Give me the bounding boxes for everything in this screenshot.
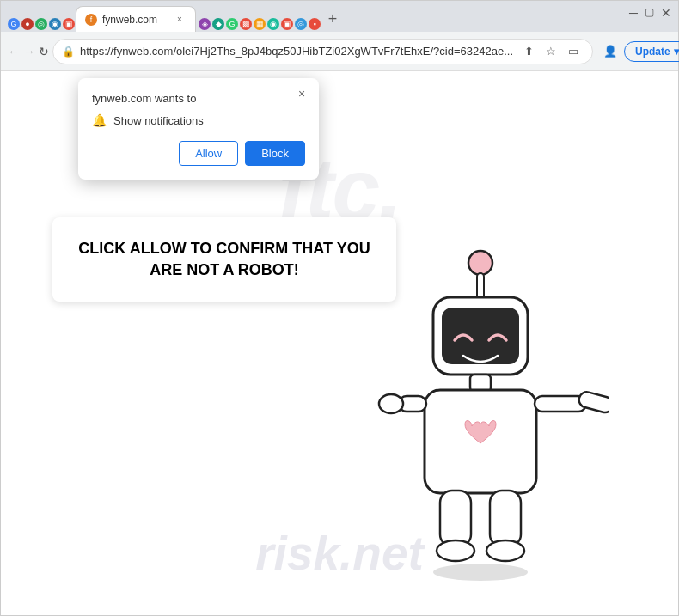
svg-point-13 xyxy=(486,540,524,561)
tab-favicon-4: ◉ xyxy=(49,18,61,30)
tabs-container: G ● ◎ ◉ ▣ f fynweb.com × ◈ ◆ G ▩ ▦ ◉ ▣ xyxy=(8,6,671,32)
sidebar-toggle-icon[interactable]: ▭ xyxy=(563,41,584,62)
active-tab[interactable]: f fynweb.com × xyxy=(76,6,196,32)
browser-window: G ● ◎ ◉ ▣ f fynweb.com × ◈ ◆ G ▩ ▦ ◉ ▣ xyxy=(0,0,679,616)
svg-point-11 xyxy=(437,540,474,561)
tab-favicon-9: ▩ xyxy=(240,18,252,30)
tab-close-btn[interactable]: × xyxy=(173,13,187,27)
update-label: Update xyxy=(635,46,670,58)
popup-close-button[interactable]: × xyxy=(293,85,310,102)
popup-notification-row: 🔔 Show notifications xyxy=(92,113,305,127)
tab-favicon-12: ▣ xyxy=(281,18,293,30)
share-icon[interactable]: ⬆ xyxy=(518,41,539,62)
restore-icon[interactable]: ▢ xyxy=(645,6,654,20)
tab-favicon-5: ▣ xyxy=(63,18,75,30)
window-controls: ─ ▢ ✕ xyxy=(629,6,671,20)
allow-button[interactable]: Allow xyxy=(179,141,238,166)
svg-rect-1 xyxy=(477,273,484,299)
main-card: CLICK ALLOW TO CONFIRM THAT YOU ARE NOT … xyxy=(52,217,396,302)
bookmark-icon[interactable]: ☆ xyxy=(541,41,561,62)
account-icon[interactable]: 👤 xyxy=(600,41,621,62)
tab-favicon-7: ◆ xyxy=(212,18,224,30)
tab-favicon-6: ◈ xyxy=(199,18,211,30)
active-tab-title: fynweb.com xyxy=(102,14,157,26)
tab-bar: G ● ◎ ◉ ▣ f fynweb.com × ◈ ◆ G ▩ ▦ ◉ ▣ xyxy=(1,1,678,32)
update-button[interactable]: Update ▾ xyxy=(624,41,679,62)
url-text: https://fynweb.com/olei7Hj2Ths_8pJ4bqz50… xyxy=(80,45,513,58)
tab-favicon-14: ▪ xyxy=(309,18,321,30)
popup-buttons: Allow Block xyxy=(92,141,305,166)
minimize-icon[interactable]: ─ xyxy=(629,6,638,20)
bell-icon: 🔔 xyxy=(92,113,107,127)
popup-notification-text: Show notifications xyxy=(113,114,204,127)
address-bar: ← → ↻ 🔒 https://fynweb.com/olei7Hj2Ths_8… xyxy=(1,32,678,71)
svg-point-14 xyxy=(433,564,528,581)
svg-point-0 xyxy=(468,251,492,275)
tab-favicon-2: ● xyxy=(21,18,34,30)
close-window-icon[interactable]: ✕ xyxy=(661,6,671,20)
url-bar[interactable]: 🔒 https://fynweb.com/olei7Hj2Ths_8pJ4bqz… xyxy=(52,39,593,64)
page-content: ftc. risk.net × fynweb.com wants to 🔔 Sh… xyxy=(1,71,678,615)
tab-favicon-11: ◉ xyxy=(267,18,279,30)
active-tab-favicon: f xyxy=(85,14,97,26)
popup-title: fynweb.com wants to xyxy=(92,92,305,105)
tab-favicon-13: ◎ xyxy=(295,18,307,30)
url-actions: ⬆ ☆ ▭ xyxy=(518,41,584,62)
svg-rect-12 xyxy=(490,491,521,546)
update-chevron-icon: ▾ xyxy=(674,46,679,58)
reload-button[interactable]: ↻ xyxy=(39,40,49,64)
forward-button[interactable]: → xyxy=(23,40,35,64)
back-button[interactable]: ← xyxy=(8,40,20,64)
tab-favicon-3: ◎ xyxy=(35,18,47,30)
svg-rect-3 xyxy=(442,308,519,364)
lock-icon: 🔒 xyxy=(62,46,75,58)
tab-favicon-8: G xyxy=(226,18,238,30)
tab-favicon-10: ▦ xyxy=(254,18,266,30)
new-tab-button[interactable]: + xyxy=(321,8,344,30)
svg-point-7 xyxy=(379,394,403,413)
main-card-headline: CLICK ALLOW TO CONFIRM THAT YOU ARE NOT … xyxy=(78,238,370,281)
block-button[interactable]: Block xyxy=(245,141,305,166)
address-bar-right: 👤 Update ▾ ⋮ xyxy=(600,41,679,62)
svg-rect-10 xyxy=(440,491,471,546)
tab-favicon-1: G xyxy=(8,18,20,30)
notification-popup: × fynweb.com wants to 🔔 Show notificatio… xyxy=(78,78,319,180)
